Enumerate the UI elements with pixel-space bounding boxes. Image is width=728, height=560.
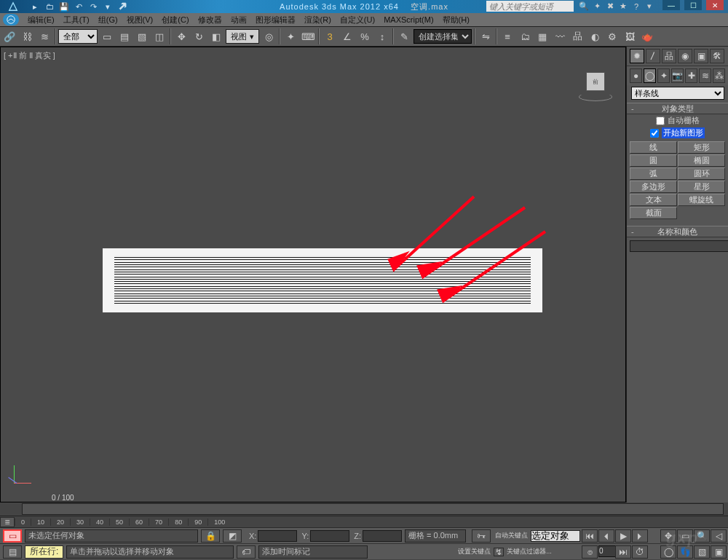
render-setup-icon[interactable]: ⚙ [604,28,620,44]
prev-frame-icon[interactable]: ⏴ [598,529,614,543]
time-config-icon[interactable]: ⏱ [632,545,648,559]
menu-tools[interactable]: 工具(T) [59,14,94,26]
key-target-input[interactable] [531,530,580,542]
menu-create[interactable]: 创建(C) [157,14,193,26]
tab-hierarchy-icon[interactable]: 品 [662,49,676,63]
listener-toggle-icon[interactable]: ▤ [3,545,22,559]
goto-start-icon[interactable]: ⏮ [582,529,598,543]
align-icon[interactable]: ≡ [499,28,515,44]
snap-toggle-icon[interactable]: 3 [322,28,338,44]
curve-editor-icon[interactable]: 〰 [552,28,568,44]
infocenter-search-input[interactable] [486,1,574,12]
key-mode-icon[interactable]: ↯ [494,548,504,556]
select-region-icon[interactable]: ▧ [134,28,150,44]
menu-maxscript[interactable]: MAXScript(M) [379,15,438,25]
tab-motion-icon[interactable]: ◉ [678,49,692,63]
qat-save-icon[interactable]: 💾 [58,1,70,12]
maximize-button[interactable]: ☐ [684,0,702,10]
fov-icon[interactable]: ◁ [711,529,727,543]
cat-geometry-icon[interactable]: ● [630,68,642,83]
qat-open-icon[interactable]: 🗀 [44,1,55,12]
ref-coord-system-dropdown[interactable]: 视图 ▾ [226,29,259,44]
next-frame-icon[interactable]: ⏵ [632,529,648,543]
qat-more-icon[interactable]: ▾ [102,1,114,12]
search-icon[interactable]: 🔍 [578,1,590,12]
rendered-frame-icon[interactable]: 🖼 [622,28,638,44]
move-icon[interactable]: ✥ [173,28,189,44]
shape-text-button[interactable]: 文本 [630,194,677,206]
tab-display-icon[interactable]: ▣ [694,49,708,63]
exchange-icon[interactable]: ✖ [604,1,616,12]
tab-utilities-icon[interactable]: 🛠 [710,49,724,63]
cat-shapes-icon[interactable]: ◯ [644,68,656,83]
window-crossing-icon[interactable]: ◫ [151,28,167,44]
key-mode-toggle-icon[interactable]: ⌾ [582,545,598,559]
autokey-button[interactable]: 自动关键点 [495,531,528,540]
zoom-region-icon[interactable]: ▧ [694,545,710,559]
viewport-front[interactable]: [ +Ⅱ 前 Ⅱ 真实 ] 前 [0,47,626,502]
shape-section-button[interactable]: 截面 [630,207,677,219]
edit-named-sel-icon[interactable]: ✎ [396,28,412,44]
select-by-name-icon[interactable]: ▤ [116,28,132,44]
tab-modify-icon[interactable]: 〳 [646,49,660,63]
shape-donut-button[interactable]: 圆环 [678,167,725,180]
minimize-button[interactable]: — [662,0,680,10]
menu-animation[interactable]: 动画 [226,14,251,26]
zoom-icon[interactable]: 🔍 [694,529,710,543]
y-input[interactable] [310,530,349,542]
mirror-icon[interactable]: ⇋ [478,28,494,44]
shape-ellipse-button[interactable]: 椭圆 [678,154,725,167]
zoom-extents-icon[interactable]: ▭ [677,529,693,543]
help-menu-chevron-icon[interactable]: ▾ [644,1,655,12]
rotate-icon[interactable]: ↻ [191,28,207,44]
subscription-icon[interactable]: ✦ [591,1,603,12]
shape-helix-button[interactable]: 螺旋线 [678,194,725,206]
menu-edit[interactable]: 编辑(E) [23,14,59,26]
time-tag-icon[interactable]: 🏷 [237,545,256,559]
timeline-config-icon[interactable]: ≡ [0,517,15,527]
manipulate-icon[interactable]: ✦ [282,28,298,44]
cat-helpers-icon[interactable]: ✚ [685,68,697,83]
z-input[interactable] [363,530,402,542]
material-editor-icon[interactable]: ◐ [587,28,603,44]
cat-systems-icon[interactable]: ⁂ [713,68,725,83]
orbit-icon[interactable]: ◯ [660,545,676,559]
select-icon[interactable]: ▭ [99,28,115,44]
favorite-icon[interactable]: ★ [617,1,629,12]
keyboard-shortcut-icon[interactable]: ⌨ [300,28,316,44]
cat-spacewarps-icon[interactable]: ≋ [699,68,711,83]
add-time-tag[interactable]: 添加时间标记 [258,545,368,559]
shape-star-button[interactable]: 星形 [678,181,725,193]
layers-icon[interactable]: 🗂 [517,28,533,44]
shape-circle-button[interactable]: 圆 [630,154,677,167]
shape-type-dropdown[interactable]: 样条线 [631,87,724,100]
walk-through-icon[interactable]: 👣 [677,545,693,559]
menu-group[interactable]: 组(G) [94,14,122,26]
render-production-icon[interactable]: 🫖 [639,28,655,44]
shape-ngon-button[interactable]: 多边形 [630,181,677,193]
bind-spacewarp-icon[interactable]: ≋ [36,28,52,44]
close-button[interactable]: ✕ [706,0,724,10]
isolate-icon[interactable]: ◩ [223,529,242,543]
key-filters-button[interactable]: 关键点过滤器... [507,547,552,556]
script-row-button[interactable]: 所在行: [25,545,63,559]
play-icon[interactable]: ▶ [615,529,631,543]
selection-filter-dropdown[interactable]: 全部 [58,29,98,44]
time-slider[interactable]: 0 / 100 [22,503,724,515]
menu-grapheditors[interactable]: 图形编辑器 [251,14,300,26]
rollout-name-color-header[interactable]: 名称和颜色 [627,226,728,237]
shape-rectangle-button[interactable]: 矩形 [678,141,725,154]
link-icon[interactable]: 🔗 [1,28,17,44]
menu-modifiers[interactable]: 修改器 [194,14,226,26]
qat-new-icon[interactable]: ▸ [29,1,41,12]
start-new-shape-checkbox[interactable] [650,129,659,138]
percent-snap-icon[interactable]: % [357,28,373,44]
maxscript-mini-listener-button[interactable]: ▭ [3,529,22,543]
menu-customize[interactable]: 自定义(U) [336,14,379,26]
rollout-object-type-header[interactable]: 对象类型 [627,103,728,114]
viewport-label[interactable]: [ +Ⅱ 前 Ⅱ 真实 ] [4,50,55,61]
menu-views[interactable]: 视图(V) [122,14,158,26]
selection-lock-icon[interactable]: 🔒 [201,529,220,543]
spinner-snap-icon[interactable]: ↕ [374,28,390,44]
goto-end-icon[interactable]: ⏭ [615,545,631,559]
